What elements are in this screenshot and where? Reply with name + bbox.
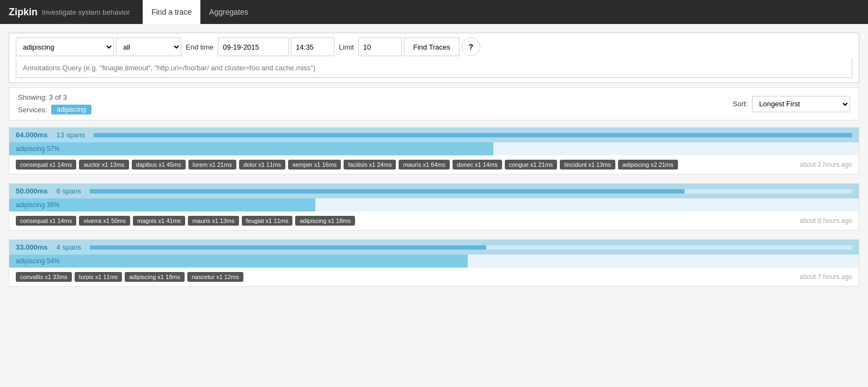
main-content: adipiscing all End time Limit Find Trace… <box>0 24 868 295</box>
trace-tag: mauris x1 64ms <box>399 160 450 170</box>
date-input[interactable] <box>218 38 289 56</box>
trace-tag: turpis x1 11ms <box>75 272 123 282</box>
trace-service-bar <box>9 255 468 268</box>
results-header: Showing: 3 of 3 Services: adipiscing Sor… <box>9 87 859 120</box>
trace-tag: convallis x1 33ms <box>16 272 72 282</box>
trace-card[interactable]: 64.000ms13 spansadipiscing 57%consequat … <box>9 127 859 174</box>
sort-label: Sort: <box>733 100 748 108</box>
trace-tag: viverra x1 50ms <box>79 216 130 226</box>
service-badge[interactable]: adipiscing <box>51 105 91 114</box>
trace-tags: convallis x1 33msturpis x1 11msadipiscin… <box>16 272 767 282</box>
trace-tags: consequat x1 14msviverra x1 50msmagnis x… <box>16 216 767 226</box>
results-showing: Showing: 3 of 3 <box>18 93 91 101</box>
trace-bar-fill <box>94 133 852 137</box>
limit-input[interactable] <box>358 38 402 56</box>
trace-service-label: adipiscing 36% <box>16 198 60 211</box>
search-row: adipiscing all End time Limit Find Trace… <box>16 38 852 56</box>
navbar: Zipkin Investigate system behavior Find … <box>0 0 868 24</box>
trace-tag: dolor x1 11ms <box>239 160 285 170</box>
trace-time-ago: about 2 hours ago <box>776 160 852 168</box>
trace-service-wrap: adipiscing 54% <box>9 255 859 268</box>
trace-tag: semper x1 16ms <box>288 160 341 170</box>
trace-spans: 4 spans <box>57 243 82 251</box>
tab-find-trace[interactable]: Find a trace <box>143 0 200 24</box>
results-info: Showing: 3 of 3 Services: adipiscing <box>18 93 91 114</box>
trace-time-ago: about 7 hours ago <box>776 272 852 281</box>
trace-tag: adipiscing x2 21ms <box>618 160 678 170</box>
traces-container: 64.000ms13 spansadipiscing 57%consequat … <box>9 127 859 287</box>
annotations-input[interactable] <box>16 58 852 78</box>
trace-tag: congue x1 21ms <box>505 160 558 170</box>
end-time-label: End time <box>186 43 213 51</box>
trace-body: consequat x1 14msauctor x1 13msdapibus x… <box>9 155 859 174</box>
help-button[interactable]: ? <box>462 38 480 56</box>
trace-tag: facilisis x1 24ms <box>344 160 396 170</box>
services-label: Services: <box>18 106 47 114</box>
trace-tag: consequat x1 14ms <box>16 160 76 170</box>
brand-logo: Zipkin <box>9 7 38 18</box>
trace-bar-container <box>90 245 852 250</box>
trace-time-ago: about 8 hours ago <box>776 216 852 225</box>
trace-tag: nascetur x1 12ms <box>187 272 243 282</box>
trace-body: consequat x1 14msviverra x1 50msmagnis x… <box>9 211 859 230</box>
sort-row: Sort: Longest First Shortest First Newes… <box>733 96 850 112</box>
trace-card[interactable]: 50.000ms6 spansadipiscing 36%consequat x… <box>9 183 859 231</box>
trace-service-bar <box>9 142 493 155</box>
time-input[interactable] <box>291 38 334 56</box>
help-icon: ? <box>468 43 473 51</box>
trace-tag: magnis x1 41ms <box>133 216 185 226</box>
trace-header: 50.000ms6 spans <box>9 184 859 198</box>
tab-aggregates[interactable]: Aggregates <box>200 0 257 24</box>
app-tagline: Investigate system behavior <box>42 8 130 16</box>
trace-duration: 64.000ms <box>16 131 48 139</box>
trace-tag: lorem x1 21ms <box>188 160 236 170</box>
trace-tag: donec x1 14ms <box>453 160 502 170</box>
sort-select[interactable]: Longest First Shortest First Newest Firs… <box>752 96 850 112</box>
limit-label: Limit <box>339 43 353 51</box>
trace-service-label: adipiscing 54% <box>16 255 60 268</box>
trace-tag: adipiscing x1 18ms <box>295 216 355 226</box>
trace-card[interactable]: 33.000ms4 spansadipiscing 54%convallis x… <box>9 239 859 287</box>
search-container: adipiscing all End time Limit Find Trace… <box>9 33 859 83</box>
trace-tag: auctor x1 13ms <box>79 160 129 170</box>
trace-tag: tincidunt x1 13ms <box>560 160 615 170</box>
find-traces-button[interactable]: Find Traces <box>404 38 460 56</box>
results-services: Services: adipiscing <box>18 105 91 114</box>
trace-service-label: adipiscing 57% <box>16 142 60 155</box>
trace-tags: consequat x1 14msauctor x1 13msdapibus x… <box>16 160 767 170</box>
trace-spans: 6 spans <box>57 187 82 195</box>
trace-spans: 13 spans <box>57 131 85 139</box>
trace-body: convallis x1 33msturpis x1 11msadipiscin… <box>9 268 859 286</box>
trace-tag: mauris x1 13ms <box>188 216 239 226</box>
trace-tag: feugiat x1 11ms <box>242 216 293 226</box>
trace-bar-container <box>90 189 852 194</box>
trace-service-wrap: adipiscing 57% <box>9 142 859 155</box>
span-select[interactable]: all <box>116 38 181 56</box>
trace-tag: dapibus x1 45ms <box>132 160 186 170</box>
trace-duration: 33.000ms <box>16 243 48 251</box>
trace-header: 64.000ms13 spans <box>9 128 859 142</box>
trace-duration: 50.000ms <box>16 187 48 195</box>
trace-header: 33.000ms4 spans <box>9 240 859 255</box>
trace-service-wrap: adipiscing 36% <box>9 198 859 211</box>
trace-bar-fill <box>90 189 684 194</box>
trace-tag: adipiscing x1 18ms <box>125 272 185 282</box>
trace-bar-fill <box>90 245 486 250</box>
service-select[interactable]: adipiscing <box>16 38 114 56</box>
trace-bar-container <box>94 133 852 137</box>
nav-tabs: Find a trace Aggregates <box>143 0 257 24</box>
trace-tag: consequat x1 14ms <box>16 216 76 226</box>
